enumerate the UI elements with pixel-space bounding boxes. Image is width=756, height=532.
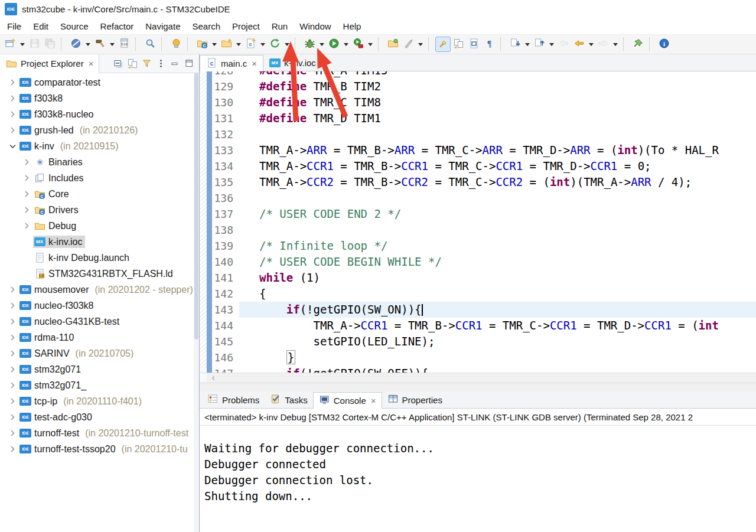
skip-breakpoints-dropdown[interactable]	[83, 37, 92, 52]
programmer-dropdown[interactable]	[416, 37, 425, 52]
save-all-button[interactable]	[42, 37, 57, 52]
annotation-ruler[interactable]	[200, 158, 207, 174]
tree-item-stm32g071[interactable]: IDEstm32g071	[0, 361, 199, 377]
chevron-collapsed-icon[interactable]	[20, 188, 33, 200]
last-edit-location-button[interactable]	[556, 37, 571, 52]
annotation-ruler[interactable]	[200, 94, 207, 110]
editor-horizontal-scrollbar[interactable]: ‹	[200, 373, 756, 383]
explorer-scrollbar[interactable]	[194, 73, 199, 532]
debug-button[interactable]	[302, 37, 317, 52]
annotation-ruler[interactable]	[200, 350, 207, 365]
code-text[interactable]: #define TMR_D TIM1	[239, 110, 756, 126]
code-editor[interactable]: 128#define TMR_A TIM15129#define TMR_B T…	[200, 71, 756, 373]
menu-window[interactable]: Window	[294, 19, 337, 33]
skip-breakpoints-button[interactable]	[68, 37, 83, 52]
tree-item-k-inv[interactable]: IDEk-inv(in 20210915)	[0, 138, 199, 154]
console-output[interactable]: Waiting for debugger connection... Debug…	[200, 426, 756, 532]
line-number[interactable]: 131	[212, 110, 239, 126]
code-text[interactable]: setGPIO(LED_LINE);	[239, 334, 756, 350]
menu-project[interactable]: Project	[226, 19, 266, 33]
view-tab-tasks[interactable]: Tasks	[265, 391, 312, 408]
line-number[interactable]: 134	[212, 158, 239, 174]
annotation-ruler[interactable]	[200, 142, 207, 158]
chevron-collapsed-icon[interactable]	[20, 172, 33, 184]
new-source-file-dropdown[interactable]	[258, 37, 267, 52]
collapse-all-button[interactable]	[112, 57, 125, 70]
line-number[interactable]: 130	[212, 94, 239, 110]
code-text[interactable]: /* USER CODE END 2 */	[239, 206, 756, 222]
annotation-ruler[interactable]	[200, 110, 207, 126]
annotation-ruler[interactable]	[200, 254, 207, 270]
tree-item-stm32g071[interactable]: IDEstm32g071_	[0, 377, 199, 393]
line-number[interactable]: 146	[212, 350, 239, 365]
code-text[interactable]	[239, 126, 756, 142]
code-text[interactable]: #define TMR_B TIM2	[239, 79, 756, 94]
chevron-collapsed-icon[interactable]	[6, 427, 19, 439]
line-number[interactable]: 140	[212, 254, 239, 270]
show-whitespace-button[interactable]: ¶	[481, 37, 497, 52]
tree-item-nucleo-g431kb-test[interactable]: IDEnucleo-G431KB-test	[0, 314, 199, 329]
code-text[interactable]: if(!getGPIO(SW_ON)){	[239, 302, 756, 318]
annotation-ruler[interactable]	[200, 318, 207, 334]
build-dropdown[interactable]	[107, 37, 116, 52]
annotation-ruler[interactable]	[200, 238, 207, 254]
previous-annotation-dropdown[interactable]	[547, 37, 556, 52]
highlight-button[interactable]	[435, 37, 451, 52]
chevron-collapsed-icon[interactable]	[6, 348, 19, 359]
next-annotation-dropdown[interactable]	[523, 37, 532, 52]
code-text[interactable]: TMR_A->CCR2 = TMR_B->CCR2 = TMR_C->CCR2 …	[239, 174, 756, 190]
line-number[interactable]: 133	[212, 142, 239, 158]
back-dropdown[interactable]	[586, 37, 595, 52]
tree-item-k-inv-ioc[interactable]: MXk-inv.ioc	[0, 234, 199, 250]
minimize-button[interactable]	[169, 57, 181, 70]
programmer-button[interactable]	[400, 37, 416, 52]
save-button[interactable]	[27, 37, 42, 52]
line-number[interactable]: 141	[212, 270, 239, 286]
view-tab-properties[interactable]: Properties	[382, 391, 448, 408]
tree-item-tcp-ip[interactable]: IDEtcp-ip(in 20201110-f401)	[0, 393, 199, 409]
annotation-ruler[interactable]	[200, 365, 207, 373]
chevron-collapsed-icon[interactable]	[6, 332, 19, 343]
external-tools-button[interactable]	[350, 37, 366, 52]
view-tab-console[interactable]: Console×	[313, 392, 382, 409]
code-text[interactable]: }	[239, 350, 756, 365]
annotation-ruler[interactable]	[200, 79, 207, 94]
annotation-ruler[interactable]	[200, 206, 207, 222]
new-c-project-dropdown[interactable]	[210, 37, 219, 52]
code-text[interactable]: /* Infinite loop */	[239, 238, 756, 254]
line-number[interactable]: 147	[212, 365, 239, 373]
line-number[interactable]: 136	[212, 190, 239, 206]
chevron-collapsed-icon[interactable]	[6, 109, 19, 120]
line-number[interactable]: 139	[212, 238, 239, 254]
annotation-ruler[interactable]	[200, 126, 207, 142]
line-number[interactable]: 144	[212, 318, 239, 334]
view-tab-problems[interactable]: Problems	[202, 391, 265, 408]
tree-item-drivers[interactable]: CDrivers	[0, 202, 199, 218]
line-number[interactable]: 132	[212, 126, 239, 142]
code-text[interactable]: #define TMR_A TIM15	[239, 71, 756, 79]
next-annotation-button[interactable]	[507, 37, 523, 52]
annotation-ruler[interactable]	[200, 71, 207, 79]
menu-source[interactable]: Source	[54, 19, 94, 33]
tree-item-f303k8[interactable]: IDEf303k8	[0, 90, 199, 106]
line-number[interactable]: 145	[212, 334, 239, 350]
scroll-left-arrow-icon[interactable]: ‹	[207, 373, 215, 383]
code-text[interactable]	[239, 190, 756, 206]
tree-item-turnoff-test[interactable]: IDEturnoff-test(in 20201210-turnoff-test	[0, 425, 199, 441]
tree-item-k-inv-debug-launch[interactable]: k-inv Debug.launch	[0, 250, 199, 266]
build-binary-button[interactable]: 010	[116, 37, 132, 52]
tree-item-includes[interactable]: Includes	[0, 170, 199, 186]
line-number[interactable]: 128	[212, 71, 239, 79]
line-number[interactable]: 135	[212, 174, 239, 190]
editor-tab-main-c[interactable]: cmain.c×	[200, 55, 263, 71]
tree-item-stm32g431rbtx-flash-ld[interactable]: LDSTM32G431RBTX_FLASH.ld	[0, 266, 199, 282]
new-project-dropdown[interactable]	[234, 37, 243, 52]
tree-item-mousemover[interactable]: IDEmousemover(in 20201202 - stepper)	[0, 282, 199, 298]
build-button[interactable]	[92, 37, 107, 52]
close-icon[interactable]: ×	[250, 59, 257, 68]
menu-navigate[interactable]: Navigate	[139, 19, 186, 33]
close-icon[interactable]: ×	[87, 59, 94, 68]
chevron-collapsed-icon[interactable]	[6, 300, 19, 311]
code-text[interactable]	[239, 222, 756, 238]
line-number[interactable]: 129	[212, 79, 239, 94]
